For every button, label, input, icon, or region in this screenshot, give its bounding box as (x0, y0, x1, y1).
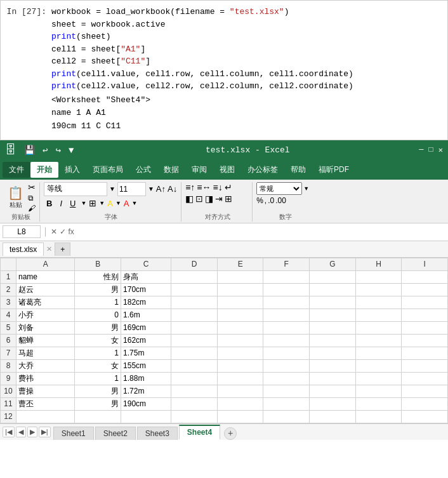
col-header-e[interactable]: E (217, 258, 263, 270)
cell-1-G[interactable] (310, 270, 356, 283)
cell-3-D[interactable] (171, 296, 218, 309)
font-color-btn[interactable]: A (124, 199, 129, 208)
cell-1-D[interactable] (171, 270, 218, 283)
sheet-tab-sheet4[interactable]: Sheet4 (179, 425, 220, 440)
format-painter-button[interactable]: 🖌 (28, 204, 36, 213)
sheet-nav-next[interactable]: ▶ (27, 427, 37, 437)
menu-help[interactable]: 帮助 (284, 162, 312, 178)
cell-5-D[interactable] (171, 321, 218, 334)
menu-pagelayout[interactable]: 页面布局 (86, 162, 129, 178)
cell-10-H[interactable] (355, 385, 402, 397)
close-file-btn[interactable]: ✕ (46, 245, 52, 253)
cell-3-G[interactable] (310, 296, 356, 309)
col-header-b[interactable]: B (75, 258, 121, 270)
align-middle-btn[interactable]: ≡↔ (197, 182, 211, 192)
cell-4-A[interactable]: 小乔 (16, 309, 75, 321)
font-size-input[interactable] (117, 182, 146, 196)
align-center-btn[interactable]: ⊡ (195, 194, 203, 204)
decrease-decimal-btn[interactable]: .0 (268, 196, 274, 205)
cell-2-B[interactable]: 男 (75, 283, 121, 296)
underline-dropdown-icon[interactable]: ▼ (81, 200, 86, 206)
cell-10-B[interactable]: 男 (75, 385, 121, 397)
cell-6-B[interactable]: 女 (75, 334, 121, 347)
file-tab[interactable]: test.xlsx (3, 242, 44, 256)
cell-1-F[interactable] (263, 270, 310, 283)
formula-input[interactable] (77, 226, 445, 237)
cell-3-C[interactable]: 182cm (121, 296, 171, 309)
menu-view[interactable]: 视图 (213, 162, 241, 178)
cell-12-D[interactable] (171, 410, 218, 423)
number-dropdown-icon[interactable]: ▼ (303, 185, 309, 192)
quick-save-btn[interactable]: 💾 (22, 143, 37, 157)
cell-1-B[interactable]: 性别 (75, 270, 121, 283)
increase-font-btn[interactable]: A↑ (156, 184, 166, 194)
cell-10-D[interactable] (171, 385, 218, 397)
cell-8-B[interactable]: 女 (75, 359, 121, 372)
cell-12-A[interactable] (16, 410, 75, 423)
comma-btn[interactable]: , (265, 196, 267, 205)
cell-1-A[interactable]: name (16, 270, 75, 283)
cell-11-I[interactable] (402, 397, 448, 410)
cell-11-G[interactable] (310, 397, 356, 410)
align-top-btn[interactable]: ≡↑ (185, 182, 195, 192)
cell-6-H[interactable] (355, 334, 402, 347)
cell-2-F[interactable] (263, 283, 310, 296)
col-header-c[interactable]: C (121, 258, 171, 270)
cell-5-I[interactable] (402, 321, 448, 334)
sheet-nav-prev[interactable]: ◀ (16, 427, 26, 437)
cell-12-B[interactable] (75, 410, 121, 423)
cell-10-G[interactable] (310, 385, 356, 397)
cell-11-B[interactable]: 男 (75, 397, 121, 410)
cell-7-C[interactable]: 1.75m (121, 347, 171, 359)
sheet-nav-first[interactable]: |◀ (3, 427, 15, 437)
cell-2-H[interactable] (355, 283, 402, 296)
percent-btn[interactable]: % (256, 196, 263, 205)
cell-3-I[interactable] (402, 296, 448, 309)
cell-9-I[interactable] (402, 372, 448, 385)
menu-insert[interactable]: 插入 (58, 162, 86, 178)
cell-11-A[interactable]: 曹丕 (16, 397, 75, 410)
increase-decimal-btn[interactable]: .00 (275, 196, 286, 205)
cell-10-E[interactable] (217, 385, 263, 397)
menu-home[interactable]: 开始 (30, 162, 58, 178)
add-sheet-button[interactable]: + (224, 427, 237, 440)
cell-2-D[interactable] (171, 283, 218, 296)
menu-officetabs[interactable]: 办公标签 (241, 162, 284, 178)
cell-1-C[interactable]: 身高 (121, 270, 171, 283)
copy-button[interactable]: ⧉ (28, 194, 36, 202)
border-btn[interactable]: ⊞ (89, 198, 96, 208)
cell-8-I[interactable] (402, 359, 448, 372)
cell-11-C[interactable]: 190cm (121, 397, 171, 410)
cell-9-C[interactable]: 1.88m (121, 372, 171, 385)
cell-6-G[interactable] (310, 334, 356, 347)
menu-foxitpdf[interactable]: 福昕PDF (312, 162, 355, 178)
cell-3-B[interactable]: 1 (75, 296, 121, 309)
cell-12-H[interactable] (355, 410, 402, 423)
decrease-font-btn[interactable]: A↓ (168, 184, 177, 194)
cell-4-F[interactable] (263, 309, 310, 321)
cell-5-H[interactable] (355, 321, 402, 334)
quick-redo-btn[interactable]: ↪ (53, 143, 63, 157)
cell-4-I[interactable] (402, 309, 448, 321)
fill-color-btn[interactable]: A (107, 199, 113, 208)
sheet-tab-sheet1[interactable]: Sheet1 (53, 427, 94, 440)
cell-8-A[interactable]: 大乔 (16, 359, 75, 372)
cell-4-H[interactable] (355, 309, 402, 321)
menu-data[interactable]: 数据 (157, 162, 185, 178)
col-header-a[interactable]: A (16, 258, 75, 270)
cell-4-D[interactable] (171, 309, 218, 321)
cell-5-B[interactable]: 男 (75, 321, 121, 334)
sheet-nav-last[interactable]: ▶| (39, 427, 51, 437)
cell-8-H[interactable] (355, 359, 402, 372)
maximize-btn[interactable]: □ (429, 145, 433, 155)
cell-1-E[interactable] (217, 270, 263, 283)
font-name-input[interactable] (44, 182, 107, 196)
cell-8-C[interactable]: 155cm (121, 359, 171, 372)
cell-3-H[interactable] (355, 296, 402, 309)
cell-7-B[interactable]: 1 (75, 347, 121, 359)
italic-button[interactable]: I (57, 197, 65, 209)
cell-7-I[interactable] (402, 347, 448, 359)
cell-12-G[interactable] (310, 410, 356, 423)
col-header-h[interactable]: H (355, 258, 402, 270)
cell-11-H[interactable] (355, 397, 402, 410)
